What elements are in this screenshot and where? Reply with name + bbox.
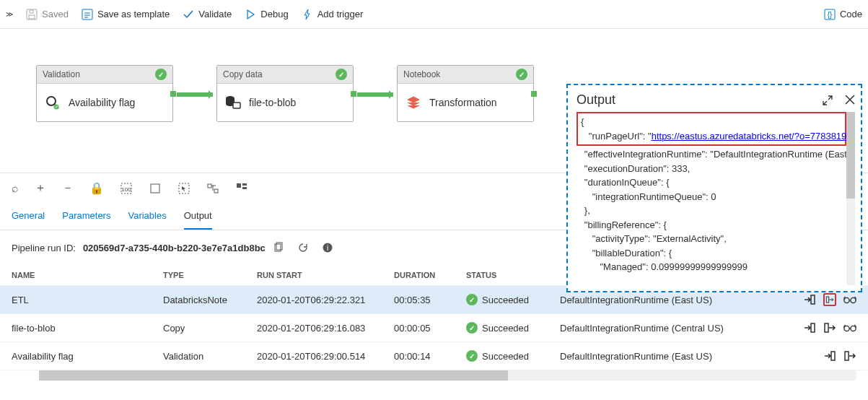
activity-type-label: Copy data — [223, 69, 263, 79]
success-status-icon: ✓ — [466, 294, 478, 305]
activity-type-label: Notebook — [403, 69, 440, 79]
output-icon[interactable] — [823, 293, 836, 306]
svg-rect-24 — [826, 297, 828, 303]
expand-icon[interactable] — [822, 95, 833, 106]
svg-point-30 — [851, 326, 856, 331]
copy-icon[interactable] — [273, 242, 284, 253]
success-status-icon: ✓ — [466, 322, 478, 334]
svg-rect-9 — [233, 103, 240, 108]
run-page-url-link[interactable]: https://eastus.azuredatabricks.net/?o=77… — [652, 131, 855, 142]
validate-button[interactable]: Validate — [183, 9, 232, 20]
fit-tool-icon[interactable]: 100 — [120, 182, 133, 195]
add-tool-icon[interactable]: ＋ — [35, 181, 46, 196]
details-glasses-icon[interactable] — [843, 293, 856, 306]
col-name-header: NAME — [12, 271, 163, 279]
saved-indicator: Saved — [26, 9, 69, 20]
run-id-value: 020569d7-a735-440b-b220-3e7e7a1db8bc — [83, 243, 266, 253]
col-duration-header: DURATION — [394, 271, 466, 279]
activity-availability-flag[interactable]: Validation✓Availability flag — [36, 65, 173, 122]
cell-status: ✓Succeeded — [466, 294, 560, 305]
output-icon[interactable] — [843, 349, 856, 362]
svg-rect-0 — [27, 9, 37, 19]
connector-handle[interactable] — [531, 91, 537, 97]
close-icon[interactable] — [845, 95, 855, 106]
json-line: "billableDuration": { — [577, 246, 846, 261]
svg-rect-15 — [214, 189, 218, 193]
search-tool-icon[interactable]: ⌕ — [12, 182, 19, 195]
json-line: }, — [577, 204, 846, 218]
tab-output[interactable]: Output — [184, 203, 212, 230]
search-icon — [44, 94, 61, 111]
activity-file-to-blob[interactable]: Copy data✓file-to-blob — [216, 65, 354, 122]
save-as-template-button[interactable]: Save as template — [82, 9, 170, 20]
svg-rect-17 — [242, 183, 247, 186]
template-icon — [82, 9, 93, 20]
cell-type: DatabricksNote — [163, 295, 257, 305]
align-tool-icon[interactable] — [206, 182, 219, 195]
cell-actions — [792, 349, 856, 362]
code-button[interactable]: {} Code — [824, 9, 862, 20]
details-glasses-icon[interactable] — [843, 321, 856, 334]
table-row[interactable]: Availability flagValidation2020-01-20T06… — [0, 342, 868, 370]
svg-rect-14 — [208, 184, 211, 188]
validate-label: Validate — [198, 9, 232, 19]
svg-rect-23 — [811, 295, 815, 304]
svg-point-25 — [844, 297, 849, 303]
output-panel: Output { "runPageUrl": "https://eastus.a… — [566, 84, 862, 292]
activity-transformation[interactable]: Notebook✓Transformation — [397, 65, 534, 122]
json-line: "executionDuration": 333, — [577, 162, 846, 176]
cell-type: Copy — [163, 323, 257, 334]
col-status-header: STATUS — [466, 271, 560, 279]
layout-tool-icon[interactable] — [235, 182, 248, 195]
svg-point-29 — [844, 326, 849, 331]
select-tool-icon[interactable] — [177, 182, 190, 195]
json-line: "activityType": "ExternalActivity", — [577, 232, 846, 246]
success-status-icon: ✓ — [516, 69, 527, 80]
braces-icon: {} — [824, 9, 836, 20]
expand-chevron-icon[interactable]: ≫ — [6, 10, 13, 18]
info-icon[interactable]: i — [322, 242, 333, 253]
activity-connector — [357, 92, 393, 97]
activity-type-label: Validation — [43, 69, 80, 79]
add-trigger-button[interactable]: Add trigger — [302, 9, 364, 20]
cell-type: Validation — [163, 351, 257, 362]
input-icon[interactable] — [823, 349, 836, 362]
check-icon — [183, 9, 194, 20]
cell-status: ✓Succeeded — [466, 350, 560, 362]
output-icon[interactable] — [823, 321, 836, 334]
fullscreen-tool-icon[interactable] — [149, 182, 162, 195]
table-row[interactable]: file-to-blobCopy2020-01-20T06:29:16.0830… — [0, 314, 868, 342]
lock-tool-icon[interactable]: 🔒 — [89, 181, 104, 195]
cell-name: file-to-blob — [12, 323, 163, 334]
svg-rect-28 — [825, 323, 828, 332]
horizontal-scrollbar[interactable] — [39, 370, 856, 381]
highlighted-json-section: { "runPageUrl": "https://eastus.azuredat… — [577, 112, 846, 146]
cell-run-start: 2020-01-20T06:29:22.321 — [257, 295, 394, 305]
cell-run-start: 2020-01-20T06:29:16.083 — [257, 323, 394, 334]
run-id-label: Pipeline run ID: — [12, 243, 76, 253]
save-icon — [26, 9, 38, 20]
tab-variables[interactable]: Variables — [128, 203, 166, 230]
output-json-body: { "runPageUrl": "https://eastus.azuredat… — [577, 112, 855, 285]
refresh-icon[interactable] — [297, 242, 309, 253]
debug-button[interactable]: Debug — [245, 9, 288, 20]
json-line: "integrationRuntimeQueue": 0 — [577, 190, 846, 204]
json-line: "effectiveIntegrationRuntime": "DefaultI… — [577, 147, 846, 162]
svg-rect-27 — [811, 323, 815, 332]
top-toolbar: ≫ Saved Save as template Validate Debug … — [0, 0, 868, 29]
output-scrollbar[interactable] — [846, 112, 855, 285]
svg-text:{}: {} — [828, 11, 833, 19]
input-icon[interactable] — [803, 321, 816, 334]
svg-rect-32 — [845, 352, 849, 360]
tab-parameters[interactable]: Parameters — [62, 203, 110, 230]
connector-handle[interactable] — [351, 91, 356, 97]
cell-runtime: DefaultIntegrationRuntime (Central US) — [560, 323, 792, 334]
tab-general[interactable]: General — [12, 203, 45, 230]
save-as-template-label: Save as template — [97, 9, 170, 19]
input-icon[interactable] — [803, 293, 816, 306]
remove-tool-icon[interactable]: － — [62, 181, 74, 196]
cell-actions — [792, 321, 856, 334]
connector-handle[interactable] — [170, 91, 176, 97]
svg-rect-18 — [242, 187, 247, 189]
add-trigger-label: Add trigger — [317, 9, 364, 19]
